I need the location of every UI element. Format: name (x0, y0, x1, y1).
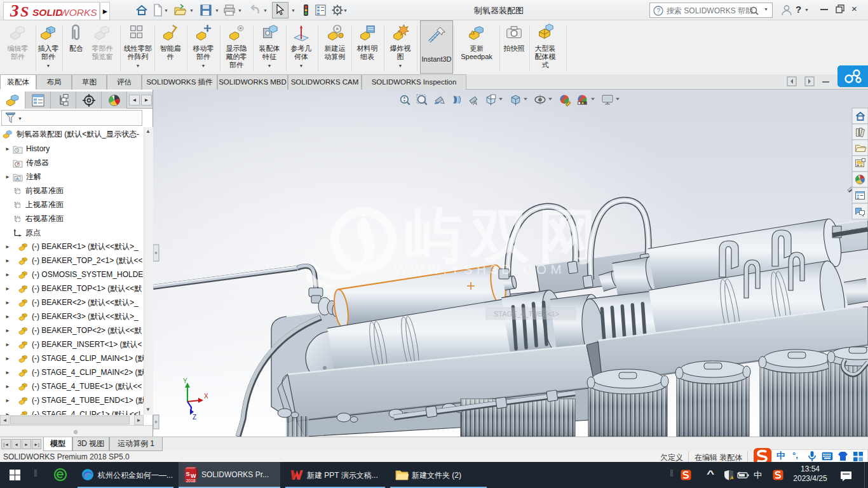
svg-text:WORKS: WORKS (60, 7, 97, 18)
svg-text:S: S (20, 4, 29, 20)
svg-text:Z: Z (193, 414, 196, 421)
svg-text:A: A (472, 99, 477, 106)
svg-text:X: X (204, 393, 208, 400)
svg-text:S: S (186, 471, 190, 477)
svg-text:З: З (10, 4, 19, 20)
svg-text:2018: 2018 (186, 478, 196, 483)
svg-text:WWW.YSH3D.COM: WWW.YSH3D.COM (395, 262, 566, 276)
svg-text:SOLID: SOLID (32, 7, 62, 18)
svg-text:A: A (16, 176, 19, 180)
svg-text:Y: Y (183, 377, 187, 384)
svg-text:屿双网: 屿双网 (403, 203, 606, 268)
svg-text:?: ? (657, 8, 661, 15)
svg-text:!: ! (731, 477, 732, 480)
svg-text:STAGE_4_TUBE<1>: STAGE_4_TUBE<1> (494, 310, 559, 318)
